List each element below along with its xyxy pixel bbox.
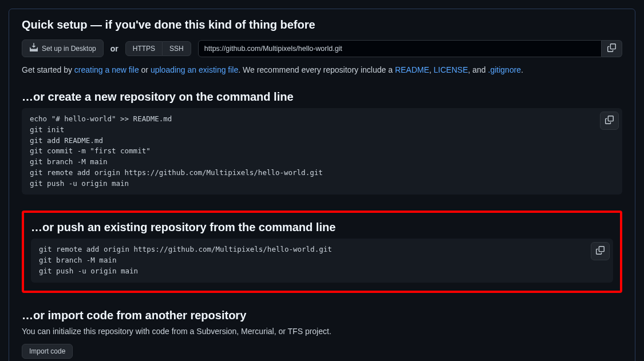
quick-setup-panel: Quick setup — if you've done this kind o… bbox=[9, 9, 635, 361]
copy-icon bbox=[607, 43, 616, 54]
push-repo-title: …or push an existing repository from the… bbox=[31, 221, 613, 234]
create-code-block[interactable]: echo "# hello-world" >> README.md git in… bbox=[22, 108, 622, 195]
https-button[interactable]: HTTPS bbox=[125, 41, 163, 56]
import-desc: You can initialize this repository with … bbox=[22, 327, 622, 336]
setup-desktop-button[interactable]: Set up in Desktop bbox=[22, 39, 104, 57]
copy-icon bbox=[605, 116, 614, 126]
quick-setup-title: Quick setup — if you've done this kind o… bbox=[22, 18, 622, 31]
copy-url-button[interactable] bbox=[602, 40, 622, 57]
copy-icon bbox=[596, 246, 605, 256]
ssh-button[interactable]: SSH bbox=[163, 41, 191, 56]
create-repo-title: …or create a new repository on the comma… bbox=[22, 90, 622, 104]
push-section-highlight: …or push an existing repository from the… bbox=[22, 211, 622, 292]
setup-desktop-label: Set up in Desktop bbox=[42, 45, 96, 53]
upload-file-link[interactable]: uploading an existing file bbox=[151, 65, 238, 74]
get-started-text: Get started by creating a new file or up… bbox=[22, 65, 622, 74]
import-title: …or import code from another repository bbox=[22, 309, 622, 322]
or-text: or bbox=[110, 44, 118, 53]
clone-url-wrapper bbox=[198, 40, 622, 57]
push-code-wrapper: git remote add origin https://github.com… bbox=[31, 239, 613, 282]
create-file-link[interactable]: creating a new file bbox=[74, 65, 139, 74]
copy-create-button[interactable] bbox=[600, 112, 619, 130]
import-section: …or import code from another repository … bbox=[22, 309, 622, 359]
desktop-icon bbox=[29, 43, 38, 54]
readme-link[interactable]: README bbox=[395, 65, 429, 74]
license-link[interactable]: LICENSE bbox=[434, 65, 468, 74]
create-code-wrapper: echo "# hello-world" >> README.md git in… bbox=[22, 108, 622, 195]
protocol-toggle: HTTPS SSH bbox=[125, 41, 191, 56]
setup-row: Set up in Desktop or HTTPS SSH bbox=[22, 39, 622, 57]
gitignore-link[interactable]: .gitignore bbox=[488, 65, 521, 74]
copy-push-button[interactable] bbox=[591, 242, 610, 260]
import-code-button[interactable]: Import code bbox=[22, 344, 73, 359]
push-code-block[interactable]: git remote add origin https://github.com… bbox=[31, 239, 613, 282]
clone-url-input[interactable] bbox=[198, 40, 602, 57]
